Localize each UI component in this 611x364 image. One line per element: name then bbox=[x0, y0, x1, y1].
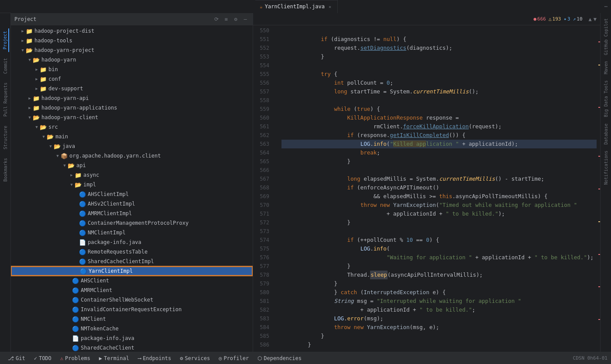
dependencies-button[interactable]: ⬡ Dependencies bbox=[253, 352, 306, 364]
panel-actions: ⟳ ≡ ⚙ — bbox=[213, 15, 249, 23]
panel-action-close[interactable]: — bbox=[241, 15, 249, 23]
tree-item-nmtokencache[interactable]: 🔵 NMTokenCache bbox=[11, 324, 253, 333]
code-line-575: LOG.info( bbox=[281, 244, 597, 253]
tree-item-hadoop-yarn-client[interactable]: ▼ 📂 hadoop-yarn-client bbox=[11, 113, 253, 122]
code-line-570: throw new YarnException("Timed out while… bbox=[281, 201, 597, 209]
code-area[interactable]: 550 551 552 553 554 555 556 557 558 559 … bbox=[253, 25, 600, 352]
status-text: CDSN 0h64-01 bbox=[573, 355, 608, 361]
warn-marker-2 bbox=[598, 221, 600, 222]
tree-item-remoterequests[interactable]: 🔵 RemoteRequestsTable bbox=[11, 247, 253, 257]
problems-button[interactable]: ⚠ Problems bbox=[56, 352, 95, 364]
tree-item-nmclientimpl[interactable]: 🔵 NMClientImpl bbox=[11, 228, 253, 237]
tree-item-yarnclientimpl[interactable]: 🔵 YarnClientImpl bbox=[11, 266, 253, 276]
git-button[interactable]: ⎇ Git bbox=[3, 352, 30, 364]
tree-item-async[interactable]: ▶ 📁 async bbox=[11, 170, 253, 180]
project-tree: ▶ 📁 hadoop-project-dist ▶ 📁 hadoop-tools… bbox=[11, 25, 253, 352]
java-class-icon: 🔵 bbox=[72, 287, 79, 294]
commit-sidebar-tab[interactable]: Commit bbox=[2, 55, 9, 76]
project-panel-header: Project ⟳ ≡ ⚙ — bbox=[11, 13, 253, 25]
services-icon: ⚙ bbox=[180, 355, 183, 361]
tree-item-containershell[interactable]: 🔵 ContainerShellWebSocket bbox=[11, 295, 253, 305]
code-line-566 bbox=[281, 166, 597, 175]
tree-item-ahsclientimpl[interactable]: 🔵 AHSClientImpl bbox=[11, 189, 253, 199]
maven-label[interactable]: Maven bbox=[603, 59, 609, 76]
tree-item-bin[interactable]: ▶ 📁 bin bbox=[11, 65, 253, 74]
tree-item-conf[interactable]: ▶ 📁 conf bbox=[11, 74, 253, 84]
code-line-552: request.setDiagnostics(diagnostics); bbox=[281, 44, 597, 52]
java-class-selected-icon: 🔵 bbox=[80, 268, 87, 275]
tree-item-package-info-impl[interactable]: 📄 package-info.java bbox=[11, 237, 253, 247]
tree-item-src[interactable]: ▼ 📂 src bbox=[11, 122, 253, 132]
tree-item-nmclient[interactable]: 🔵 NMClient bbox=[11, 314, 253, 324]
code-line-558 bbox=[281, 96, 597, 105]
tree-item-hadoop-yarn[interactable]: ▼ 📂 hadoop-yarn bbox=[11, 55, 253, 65]
error-count: 666 bbox=[537, 16, 546, 22]
panel-action-sync[interactable]: ⟳ bbox=[213, 15, 220, 23]
todo-label: TODO bbox=[39, 355, 51, 361]
tree-item-amrmclientimpl[interactable]: 🔵 AMRMClientImpl bbox=[11, 209, 253, 218]
tree-item-hadoop-project-dist[interactable]: ▶ 📁 hadoop-project-dist bbox=[11, 26, 253, 36]
navigate-down-button[interactable]: ▼ bbox=[594, 16, 597, 22]
profiler-button[interactable]: ◎ Profiler bbox=[214, 352, 253, 364]
tree-item-ahsv2clientimpl[interactable]: 🔵 AHSv2ClientImpl bbox=[11, 199, 253, 209]
code-line-567: long elapsedMillis = System.currentTimeM… bbox=[281, 175, 597, 183]
tree-item-amrmclient[interactable]: 🔵 AMRMClient bbox=[11, 285, 253, 295]
profiler-label: Profiler bbox=[223, 355, 249, 361]
tree-item-main[interactable]: ▼ 📂 main bbox=[11, 132, 253, 141]
pull-requests-sidebar-tab[interactable]: Pull Requests bbox=[2, 80, 9, 119]
project-sidebar-tab[interactable]: Project bbox=[2, 28, 9, 52]
tree-item-dev-support[interactable]: ▶ 📁 dev-support bbox=[11, 84, 253, 93]
folder-open-icon: 📂 bbox=[54, 143, 61, 150]
warn-marker-1 bbox=[598, 65, 600, 65]
code-line-555: try { bbox=[281, 70, 597, 79]
tree-item-api[interactable]: ▼ 📂 api bbox=[11, 161, 253, 170]
bottom-bar: ⎇ Git ✓ TODO ⚠ Problems ▶ Terminal ⟶ End… bbox=[0, 352, 611, 364]
tree-item-java[interactable]: ▼ 📂 java bbox=[11, 141, 253, 151]
folder-open-icon: 📂 bbox=[68, 162, 75, 169]
services-label: Services bbox=[185, 355, 210, 361]
big-data-tools-label[interactable]: Big Data Tools bbox=[603, 79, 609, 119]
active-tab[interactable]: ☕ YarnClientImpl.java ✕ bbox=[255, 0, 338, 13]
tree-item-invalidcontainer[interactable]: 🔵 InvalidContainerRequestException bbox=[11, 305, 253, 314]
code-line-560: KillApplicationResponse response = bbox=[281, 113, 597, 122]
tree-item-hadoop-yarn-project[interactable]: ▼ 📂 hadoop-yarn-project bbox=[11, 45, 253, 55]
tree-item-sharedcacheclientimpl[interactable]: 🔵 SharedCacheClientImpl bbox=[11, 257, 253, 266]
tree-item-containermgmt[interactable]: 🔵 ContainerManagementProtocolProxy bbox=[11, 218, 253, 228]
warning-count: 193 bbox=[553, 16, 561, 22]
todo-button[interactable]: ✓ TODO bbox=[30, 352, 56, 364]
more-tabs-button[interactable]: ⋯ bbox=[604, 3, 608, 10]
services-button[interactable]: ⚙ Services bbox=[175, 352, 214, 364]
project-panel-title: Project bbox=[14, 16, 37, 22]
database-label[interactable]: Database bbox=[603, 122, 609, 146]
code-editor: ● 666 △ 193 ✦ 3 ↗ 10 ▲ ▼ 550 bbox=[253, 13, 600, 352]
github-copilot-label[interactable]: GitHub Copilot bbox=[603, 17, 609, 57]
folder-open-icon: 📂 bbox=[33, 57, 40, 63]
code-line-586: } bbox=[281, 340, 597, 349]
tree-item-sharedcacheclient[interactable]: 🔵 SharedCacheClient bbox=[11, 343, 253, 352]
terminal-button[interactable]: ▶ Terminal bbox=[95, 352, 134, 364]
tree-item-hadoop-yarn-applications[interactable]: ▶ 📁 hadoop-yarn-applications bbox=[11, 103, 253, 113]
tree-item-ahsclient[interactable]: 🔵 AHSClient bbox=[11, 276, 253, 285]
tree-item-package-info2[interactable]: 📄 package-info.java bbox=[11, 333, 253, 343]
panel-action-settings[interactable]: ⚙ bbox=[232, 15, 240, 23]
tree-item-org-package[interactable]: ▼ 📦 org.apache.hadoop.yarn.client bbox=[11, 151, 253, 161]
code-content[interactable]: if (diagnostics != null) { request.setDi… bbox=[280, 25, 597, 352]
error-marker-7 bbox=[598, 319, 600, 320]
warning-icon: △ bbox=[549, 16, 552, 22]
code-line-580: } catch (InterruptedException e) { bbox=[281, 288, 597, 297]
tab-close-button[interactable]: ✕ bbox=[327, 3, 333, 10]
navigate-up-button[interactable]: ▲ bbox=[589, 16, 592, 22]
tree-item-hadoop-yarn-api[interactable]: ▶ 📁 hadoop-yarn-api bbox=[11, 93, 253, 103]
code-line-559: while (true) { bbox=[281, 105, 597, 113]
java-class-icon: 🔵 bbox=[79, 201, 86, 207]
error-marker-1 bbox=[598, 41, 600, 42]
notifications-label[interactable]: Notifications bbox=[603, 149, 609, 186]
bookmarks-sidebar-tab[interactable]: Bookmarks bbox=[2, 155, 9, 184]
tree-item-hadoop-tools[interactable]: ▶ 📁 hadoop-tools bbox=[11, 36, 253, 45]
tree-item-impl[interactable]: ▼ 📂 impl bbox=[11, 180, 253, 189]
folder-open-icon: 📂 bbox=[47, 134, 54, 140]
structure-sidebar-tab[interactable]: Structure bbox=[2, 123, 9, 152]
endpoints-button[interactable]: ⟶ Endpoints bbox=[134, 352, 175, 364]
code-line-579: } bbox=[281, 279, 597, 288]
panel-action-collapse[interactable]: ≡ bbox=[222, 15, 230, 23]
